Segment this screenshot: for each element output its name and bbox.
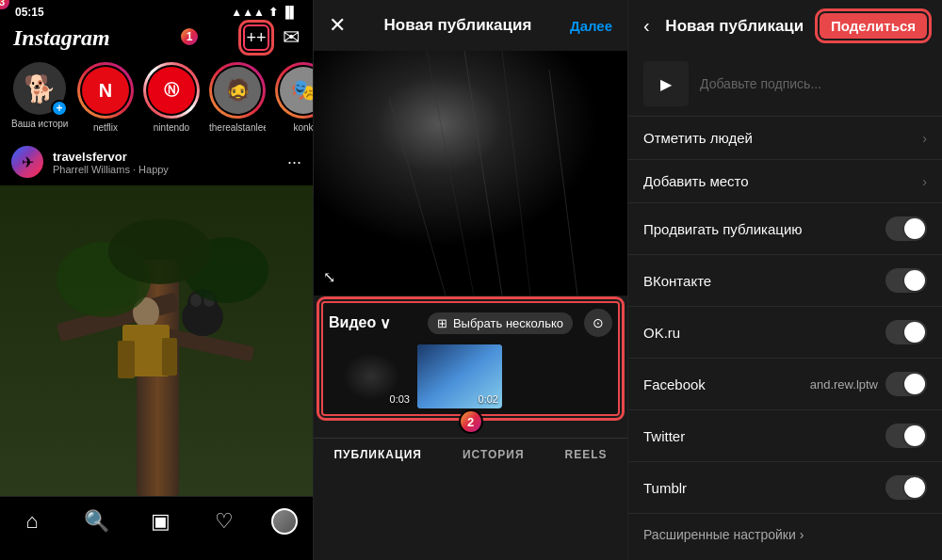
gallery-type-selector[interactable]: Видео ∨ <box>329 314 391 332</box>
settings-list: Отметить людей › Добавить место › Продви… <box>628 117 942 560</box>
select-multiple-button[interactable]: ⊞ Выбрать несколько <box>428 312 573 334</box>
badge2-container: 2 <box>314 422 627 434</box>
advanced-settings-link[interactable]: Расширенные настройки › <box>628 514 942 555</box>
stanlee-label: therealstanlee <box>209 122 266 133</box>
video-thumb-small: ▶ <box>643 61 689 106</box>
messages-icon[interactable]: ✉ <box>283 25 300 50</box>
signal-icon: ▲▲▲ <box>231 6 265 19</box>
gallery-section: Видео ∨ ⊞ Выбрать несколько ⊙ <box>321 301 620 416</box>
post-subtitle: Pharrell Williams · Happy <box>53 164 278 175</box>
status-time: 05:15 <box>15 6 44 19</box>
add-location-right: › <box>922 174 927 189</box>
feed-panel: 05:15 ▲▲▲ ⬆ ▐▌ Instagram + ✉ 1 🐕 + <box>0 0 314 560</box>
status-bar: 05:15 ▲▲▲ ⬆ ▐▌ <box>0 0 313 23</box>
my-story-label: Ваша история <box>11 119 68 129</box>
vk-label: ВКонтакте <box>643 273 711 289</box>
konk-label: konk <box>293 122 313 133</box>
facebook-right: and.rew.lptw <box>810 372 927 396</box>
settings-item-add-location[interactable]: Добавить место › <box>628 160 942 203</box>
post-user-info: travelsfervor Pharrell Williams · Happy <box>53 150 278 175</box>
chevron-right-icon: › <box>922 131 927 146</box>
netflix-label: netflix <box>93 122 118 133</box>
twitter-toggle[interactable] <box>885 424 927 448</box>
likes-nav-button[interactable]: ♡ <box>207 504 241 538</box>
nintendo-avatar: Ⓝ <box>164 81 179 101</box>
story-item-nintendo[interactable]: Ⓝ nintendo <box>143 62 200 133</box>
twitter-toggle-knob <box>904 425 925 446</box>
stanlee-avatar: 🧔 <box>225 78 251 103</box>
chevron-down-icon: ∨ <box>380 314 391 332</box>
tumblr-toggle-knob <box>904 477 925 498</box>
reels-nav-button[interactable]: ▣ <box>143 504 177 538</box>
caption-area: ▶ Добавьте подпись... <box>628 52 942 117</box>
plus-icon: + <box>256 28 267 48</box>
nintendo-label: nintendo <box>154 122 189 133</box>
vk-toggle[interactable] <box>885 268 927 293</box>
expand-icon: ⤡ <box>323 268 335 286</box>
story-item-konk[interactable]: 🎭 konk <box>275 62 313 133</box>
post-username: travelsfervor <box>53 150 278 164</box>
share-header: ‹ Новая публикаци Поделиться 3 <box>628 0 942 52</box>
settings-item-twitter[interactable]: Twitter <box>628 410 942 462</box>
share-btn-label: Поделиться <box>831 18 916 34</box>
video-thumbnail-2[interactable]: 0:02 <box>417 344 502 408</box>
svg-point-14 <box>108 218 212 284</box>
tag-people-right: › <box>922 131 927 146</box>
gallery-type-label: Видео <box>329 314 376 331</box>
settings-item-tumblr[interactable]: Tumblr <box>628 462 942 514</box>
tab-publication[interactable]: ПУБЛИКАЦИЯ <box>333 448 421 461</box>
next-button[interactable]: Далее <box>570 18 612 34</box>
post-image <box>0 185 314 496</box>
promote-toggle[interactable] <box>885 216 927 241</box>
settings-item-tag-people[interactable]: Отметить людей › <box>628 117 942 160</box>
bottom-nav: ⌂ 🔍 ▣ ♡ <box>0 496 313 548</box>
close-button[interactable]: ✕ <box>329 13 346 38</box>
toggle-knob <box>904 218 925 239</box>
story-item-netflix[interactable]: N netflix <box>77 62 134 133</box>
video-thumbnail-1[interactable]: 0:03 <box>329 344 414 408</box>
profile-nav-button[interactable] <box>271 508 298 535</box>
tab-reels[interactable]: REELS <box>564 448 607 461</box>
settings-item-facebook[interactable]: Facebook and.rew.lptw <box>628 359 942 410</box>
new-publication-panel: ✕ Новая публикация Далее <box>314 0 628 560</box>
facebook-toggle[interactable] <box>885 372 927 396</box>
status-icons: ▲▲▲ ⬆ ▐▌ <box>231 6 298 19</box>
select-multiple-label: Выбрать несколько <box>453 316 563 330</box>
badge-1: 1 <box>179 26 200 47</box>
post-svg <box>0 185 314 496</box>
gallery-header: Видео ∨ ⊞ Выбрать несколько ⊙ <box>329 309 612 337</box>
gallery-actions: ⊞ Выбрать несколько ⊙ <box>428 309 612 337</box>
share-button[interactable]: Поделиться 3 <box>820 13 927 39</box>
camera-button[interactable]: ⊙ <box>584 309 612 337</box>
stories-row: 🐕 + Ваша история N netflix Ⓝ <box>0 56 313 138</box>
caption-input[interactable]: Добавьте подпись... <box>700 76 927 91</box>
settings-item-okru[interactable]: OK.ru <box>628 307 942 359</box>
settings-item-promote[interactable]: Продвигать публикацию <box>628 203 942 255</box>
my-story-avatar: 🐕 <box>24 73 57 104</box>
tumblr-toggle[interactable] <box>885 475 927 500</box>
tab-story[interactable]: ИСТОРИЯ <box>463 448 525 461</box>
pub-tabs: ПУБЛИКАЦИЯ ИСТОРИЯ REELS <box>314 438 627 469</box>
svg-rect-7 <box>162 338 177 376</box>
video-svg <box>314 51 627 296</box>
settings-item-vk[interactable]: ВКонтакте <box>628 255 942 307</box>
story-item-stanlee[interactable]: 🧔 therealstanlee <box>209 62 266 133</box>
badge-2: 2 <box>459 409 483 434</box>
vk-toggle-knob <box>904 270 925 291</box>
post-header: ✈ travelsfervor Pharrell Williams · Happ… <box>0 138 313 185</box>
promote-label: Продвигать публикацию <box>643 221 803 237</box>
add-location-label: Добавить место <box>643 173 749 189</box>
my-story-item[interactable]: 🐕 + Ваша история <box>11 62 68 133</box>
instagram-logo: Instagram <box>13 25 110 51</box>
post-more-button[interactable]: ··· <box>287 152 301 172</box>
video-preview[interactable]: ⤡ <box>314 51 627 296</box>
search-nav-button[interactable]: 🔍 <box>79 504 113 538</box>
facebook-account: and.rew.lptw <box>810 377 878 392</box>
add-post-button[interactable]: + <box>243 24 269 51</box>
home-nav-button[interactable]: ⌂ <box>15 504 49 538</box>
okru-toggle-knob <box>904 322 925 343</box>
okru-toggle[interactable] <box>885 320 927 344</box>
svg-rect-6 <box>118 341 135 378</box>
select-multiple-icon: ⊞ <box>437 316 447 330</box>
back-button[interactable]: ‹ <box>643 15 650 37</box>
